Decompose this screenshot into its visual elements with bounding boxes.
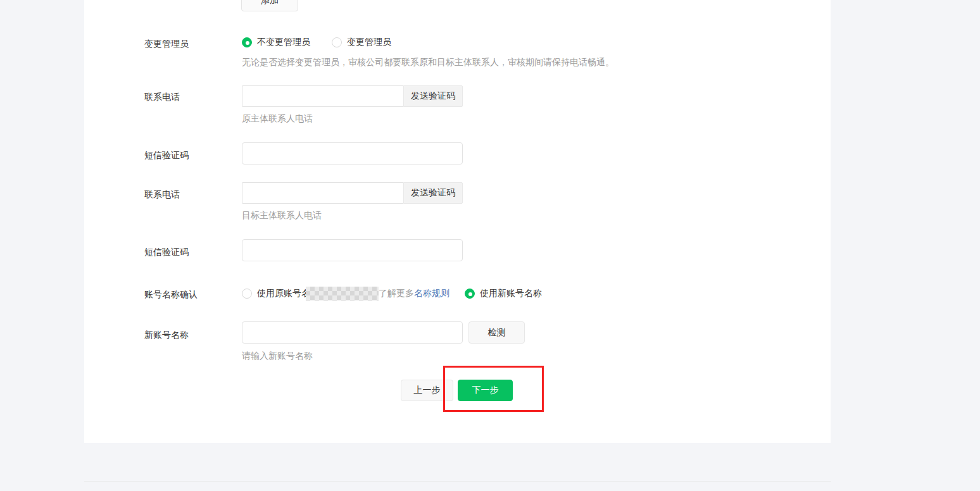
new-account-name-input[interactable]	[242, 321, 463, 344]
redacted-account-name	[306, 287, 379, 301]
send-code-button-original[interactable]: 发送验证码	[403, 85, 463, 107]
new-account-name-label: 新账号名称	[144, 329, 189, 340]
radio-option-no-change[interactable]: 不变更管理员	[242, 37, 310, 48]
account-name-confirm-group: 使用原账号名称 了解更多 名称规则 使用新账号名称	[242, 287, 542, 301]
radio-option-label: 使用新账号名称	[480, 288, 542, 299]
prev-step-button[interactable]: 上一步	[401, 380, 453, 401]
account-name-confirm-label: 账号名称确认	[144, 289, 198, 300]
sms-original-label: 短信验证码	[144, 149, 189, 161]
radio-selected-icon	[465, 289, 475, 299]
name-rules-link[interactable]: 名称规则	[414, 288, 449, 299]
check-name-button[interactable]: 检测	[468, 321, 525, 344]
phone-target-input[interactable]	[242, 182, 403, 204]
sms-target-label: 短信验证码	[144, 246, 189, 258]
radio-selected-icon	[242, 37, 252, 47]
add-button[interactable]: 添加	[241, 0, 298, 11]
radio-option-change[interactable]: 变更管理员	[332, 37, 391, 48]
admin-change-note: 无论是否选择变更管理员，审核公司都要联系原和目标主体联系人，审核期间请保持电话畅…	[242, 56, 614, 68]
sms-original-input[interactable]	[242, 142, 463, 165]
footer-divider	[84, 481, 831, 482]
radio-option-label: 不变更管理员	[257, 37, 310, 48]
radio-option-label: 变更管理员	[347, 37, 391, 48]
admin-change-radio-group: 不变更管理员 变更管理员	[242, 37, 391, 48]
new-account-name-helper: 请输入新账号名称	[242, 350, 313, 361]
form-panel: 添加 变更管理员 不变更管理员 变更管理员 无论是否选择变更管理员，审核公司都要…	[84, 0, 831, 443]
phone-original-input[interactable]	[242, 85, 403, 107]
page: { "window": { "bg_color": "#f4f5f8", "pa…	[0, 0, 980, 491]
phone-target-group: 发送验证码	[242, 182, 463, 204]
phone-target-helper: 目标主体联系人电话	[242, 209, 322, 221]
radio-unselected-icon	[332, 37, 342, 47]
next-step-button[interactable]: 下一步	[458, 380, 513, 401]
send-code-button-target[interactable]: 发送验证码	[403, 182, 463, 204]
phone-original-group: 发送验证码	[242, 85, 463, 107]
radio-unselected-icon	[242, 289, 252, 299]
admin-change-label: 变更管理员	[144, 38, 189, 49]
phone-target-label: 联系电话	[144, 189, 180, 200]
radio-option-new-name[interactable]: 使用新账号名称	[465, 288, 542, 299]
phone-original-label: 联系电话	[144, 91, 180, 103]
phone-original-helper: 原主体联系人电话	[242, 113, 313, 124]
sms-target-input[interactable]	[242, 239, 463, 261]
learn-more-text: 了解更多	[379, 288, 414, 299]
